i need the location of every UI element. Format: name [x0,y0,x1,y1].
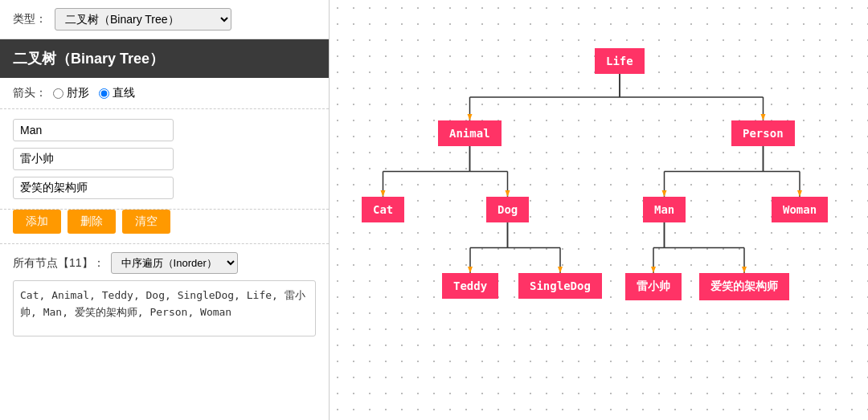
type-label: 类型： [13,12,47,27]
svg-marker-11 [381,190,386,197]
input-field-1[interactable] [13,119,174,141]
svg-marker-15 [506,190,510,197]
arrow-row: 箭头： 肘形 直线 [0,78,329,109]
arrow-label: 箭头： [13,86,47,100]
tree-node-singledog[interactable]: SingleDog [518,273,602,299]
clear-button[interactable]: 清空 [122,210,170,234]
delete-button[interactable]: 删除 [68,210,116,234]
radio-straight-label: 直线 [113,86,135,100]
svg-marker-35 [651,267,656,273]
nodes-row: 所有节点【11】： 中序遍历（Inorder） [13,252,316,274]
svg-marker-27 [468,267,473,273]
type-row: 类型： 二叉树（Binary Tree） [0,0,329,39]
svg-marker-7 [761,114,766,120]
section-title: 二叉树（Binary Tree） [0,39,329,78]
tree-node-dog[interactable]: Dog [486,197,529,222]
tree-node-woman[interactable]: Woman [772,197,828,222]
radio-straight-input[interactable] [99,88,109,99]
tree-node-man[interactable]: Man [643,197,686,222]
svg-marker-39 [742,267,747,273]
radio-group: 肘形 直线 [53,86,135,100]
svg-marker-19 [662,190,667,197]
tree-node-person[interactable]: Person [731,120,795,146]
inputs-section [0,109,329,210]
nodes-output: Cat, Animal, Teddy, Dog, SingleDog, Life… [13,280,316,336]
radio-straight[interactable]: 直线 [99,86,135,100]
right-panel: LifeAnimalPersonCatDogManWomanTeddySingl… [330,0,868,420]
tree-node-life[interactable]: Life [595,48,645,74]
nodes-section: 所有节点【11】： 中序遍历（Inorder） Cat, Animal, Ted… [0,244,329,345]
radio-elbow-input[interactable] [53,88,63,99]
buttons-row: 添加 删除 清空 [0,210,329,244]
type-select[interactable]: 二叉树（Binary Tree） [55,8,231,31]
input-field-3[interactable] [13,177,174,199]
input-field-2[interactable] [13,148,174,170]
tree-node-cat[interactable]: Cat [362,197,404,222]
tree-node-animal[interactable]: Animal [438,120,502,146]
radio-elbow-label: 肘形 [67,86,89,100]
svg-marker-31 [558,267,563,273]
svg-marker-3 [468,114,473,120]
radio-elbow[interactable]: 肘形 [53,86,89,100]
traversal-select[interactable]: 中序遍历（Inorder） [111,252,238,274]
add-button[interactable]: 添加 [13,210,61,234]
tree-node-teddy[interactable]: Teddy [442,273,498,299]
svg-marker-23 [797,190,802,197]
nodes-label: 所有节点【11】： [13,256,104,271]
left-panel: 类型： 二叉树（Binary Tree） 二叉树（Binary Tree） 箭头… [0,0,330,420]
tree-node-aixiao[interactable]: 爱笑的架构师 [699,273,789,300]
tree-node-leixiaoshuai[interactable]: 雷小帅 [625,273,682,300]
